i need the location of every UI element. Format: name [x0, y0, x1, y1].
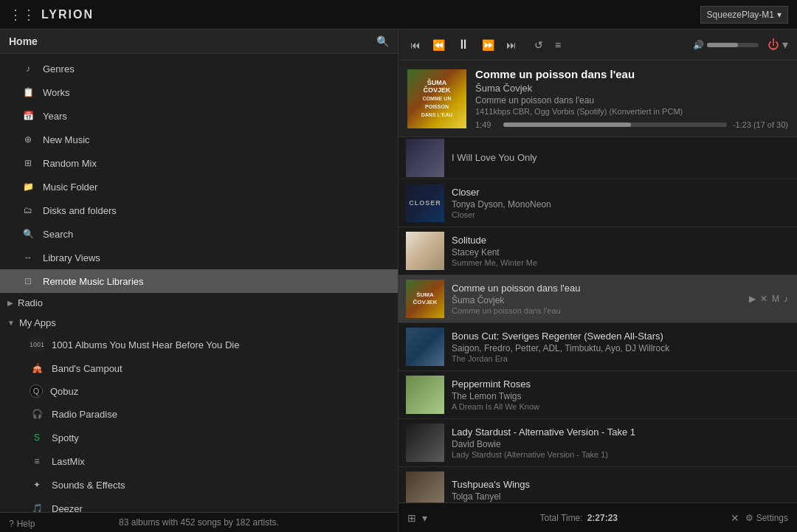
playlist-more-button[interactable]: M	[770, 292, 781, 305]
my-apps-collapse-icon: ▼	[7, 319, 15, 327]
sidebar-item-search[interactable]: 🔍 Search	[0, 222, 398, 246]
1001albums-icon: 1001	[30, 337, 44, 352]
genres-icon: ♪	[21, 61, 35, 76]
playlist-item-tushpuea[interactable]: Tushpuea's Wings Tolga Tanyel	[398, 467, 797, 502]
playlist-item-info: Solitude Stacey Kent Summer Me, Winter M…	[452, 235, 790, 267]
progress-row: 1:49 -1:23 (17 of 30)	[475, 120, 788, 129]
playlist-item-peppermint[interactable]: Peppermint Roses The Lemon Twigs A Dream…	[398, 371, 797, 419]
sidebar-item-label: Years	[43, 111, 67, 122]
sidebar-item-remote-music[interactable]: ⊡ Remote Music Libraries	[0, 269, 398, 293]
sidebar-item-bands-campout[interactable]: 🎪 Band's Campout	[0, 356, 398, 380]
prev-button[interactable]: ⏪	[429, 38, 448, 52]
now-playing-artist: Šuma Čovjek	[475, 83, 788, 94]
playlist-item-info: I Will Love You Only	[452, 152, 790, 165]
sidebar-item-label: Sounds & Effects	[52, 480, 125, 491]
sidebar-item-new-music[interactable]: ⊕ New Music	[0, 128, 398, 151]
sounds-effects-icon: ✦	[30, 477, 44, 492]
sidebar-item-label: Radio Paradise	[52, 409, 117, 420]
pause-button[interactable]: ⏸	[454, 35, 473, 54]
sidebar-item-disks-folders[interactable]: 🗂 Disks and folders	[0, 198, 398, 222]
now-playing-artwork: ŠUMAČOVJEKCOMME UNPOISSONDANS L'EAU	[407, 69, 466, 128]
playlist-item-title: Lady Stardust - Alternative Version - Ta…	[452, 426, 790, 438]
playlist-item-info: Lady Stardust - Alternative Version - Ta…	[452, 426, 790, 459]
sidebar-item-label: Random Mix	[43, 158, 97, 169]
years-icon: 📅	[21, 108, 35, 123]
playlist-artwork	[406, 471, 444, 502]
sidebar-item-label: Genres	[43, 63, 75, 75]
section-radio-label: Radio	[18, 297, 43, 308]
playlist-item-artist: Šuma Čovjek	[452, 295, 740, 305]
now-playing-album: Comme un poisson dans l'eau	[475, 95, 788, 106]
sidebar-item-years[interactable]: 📅 Years	[0, 104, 398, 128]
top-bar: ⋮⋮ LYRION SqueezePlay-M1 ▾	[0, 0, 797, 30]
playlist-note-button[interactable]: ♪	[782, 292, 790, 305]
sidebar-item-label: Remote Music Libraries	[43, 276, 144, 287]
sidebar-item-library-views[interactable]: ↔ Library Views	[0, 246, 398, 269]
sidebar-item-deezer[interactable]: 🎵 Deezer	[0, 497, 398, 512]
playlist-item-album: The Jordan Era	[452, 354, 790, 363]
playlist-dropdown-button[interactable]: ▾	[422, 512, 427, 524]
playlist-play-button[interactable]: ▶	[748, 292, 757, 305]
playlist-item-title: Tushpuea's Wings	[452, 479, 790, 490]
help-button[interactable]: ? Help	[9, 519, 35, 529]
playlist-artwork	[406, 424, 444, 462]
search-icon[interactable]: 🔍	[376, 35, 389, 47]
sidebar-item-random-mix[interactable]: ⊞ Random Mix	[0, 151, 398, 175]
section-my-apps[interactable]: ▼ My Apps	[0, 313, 398, 333]
sidebar-item-label: Search	[43, 229, 73, 240]
playlist-remove-button[interactable]: ✕	[759, 292, 769, 305]
help-label: Help	[17, 519, 35, 529]
sidebar-item-qobuz[interactable]: Q Qobuz	[0, 380, 398, 402]
playlist-item-artist: Stacey Kent	[452, 247, 790, 258]
playlist-item-solitude[interactable]: Solitude Stacey Kent Summer Me, Winter M…	[398, 227, 797, 275]
sidebar-item-sounds-effects[interactable]: ✦ Sounds & Effects	[0, 473, 398, 497]
forward-button[interactable]: ⏭	[503, 38, 520, 52]
sidebar-item-spotty[interactable]: S Spotty	[0, 426, 398, 449]
section-radio[interactable]: ▶ Radio	[0, 293, 398, 313]
playlist-item-artist: Tonya Dyson, MonoNeon	[452, 199, 790, 210]
playlist-item-closer[interactable]: CLOSER Closer Tonya Dyson, MonoNeon Clos…	[398, 179, 797, 227]
playlist-artwork	[406, 328, 444, 366]
time-remaining: -1:23 (17 of 30)	[733, 120, 788, 129]
right-panel: ⏮ ⏪ ⏸ ⏩ ⏭ ↺ ≡ 🔊 ⏻ ▾ ŠUMAČOVJEKCOMME UNPO…	[398, 30, 797, 532]
sidebar-item-works[interactable]: 📋 Works	[0, 80, 398, 104]
close-button[interactable]: ✕	[731, 512, 739, 524]
power-button[interactable]: ⏻	[767, 38, 779, 52]
bottom-left: ⊞ ▾	[407, 512, 427, 524]
status-bar: 83 albums with 452 songs by 182 artists.	[0, 512, 398, 532]
device-selector[interactable]: SqueezePlay-M1 ▾	[700, 6, 788, 24]
sidebar-item-label: LastMix	[52, 456, 85, 467]
playlist-view-button[interactable]: ⊞	[407, 512, 416, 524]
player-menu-button[interactable]: ▾	[782, 38, 788, 52]
playlist-item-current[interactable]: ŠUMAČOVJEK Comme un poisson dans l'eau Š…	[398, 275, 797, 323]
volume-area: 🔊 ⏻ ▾	[693, 38, 788, 52]
settings-button[interactable]: ⚙ Settings	[745, 513, 788, 523]
repeat-button[interactable]: ↺	[531, 38, 546, 52]
sidebar-item-music-folder[interactable]: 📁 Music Folder	[0, 175, 398, 198]
playlist-item-title: Closer	[452, 187, 790, 198]
next-button[interactable]: ⏩	[479, 38, 497, 52]
left-panel-title: Home	[9, 35, 38, 47]
progress-bar[interactable]	[503, 122, 727, 127]
rewind-button[interactable]: ⏮	[407, 38, 424, 52]
sidebar-item-lastmix[interactable]: ≡ LastMix	[0, 449, 398, 473]
sidebar-item-radio-paradise[interactable]: 🎧 Radio Paradise	[0, 402, 398, 426]
playlist-item-title: Peppermint Roses	[452, 379, 790, 390]
playlist-item-bonus-cut[interactable]: Bonus Cut: Sveriges Regenter (Sweden All…	[398, 323, 797, 371]
playlist-item-album: A Dream Is All We Know	[452, 402, 790, 411]
sidebar-item-label: 1001 Albums You Must Hear Before You Die	[52, 339, 239, 350]
status-text: 83 albums with 452 songs by 182 artists.	[119, 517, 279, 528]
disks-folders-icon: 🗂	[21, 203, 35, 218]
sidebar-item-label: Band's Campout	[52, 363, 123, 374]
logo-area: ⋮⋮ LYRION	[9, 7, 94, 23]
sidebar-item-label: New Music	[43, 134, 90, 145]
playlist-item-info: Peppermint Roses The Lemon Twigs A Dream…	[452, 379, 790, 411]
sidebar-item-1001albums[interactable]: 1001 1001 Albums You Must Hear Before Yo…	[0, 333, 398, 356]
volume-bar[interactable]	[707, 43, 759, 47]
spotty-icon: S	[30, 430, 44, 445]
sidebar-item-genres[interactable]: ♪ Genres	[0, 57, 398, 80]
now-playing-info: Comme un poisson dans l'eau Šuma Čovjek …	[475, 68, 788, 129]
playlist-ctrl-button[interactable]: ≡	[552, 38, 564, 52]
playlist-item-will-love[interactable]: I Will Love You Only	[398, 137, 797, 179]
playlist-item-lady-stardust[interactable]: Lady Stardust - Alternative Version - Ta…	[398, 419, 797, 467]
